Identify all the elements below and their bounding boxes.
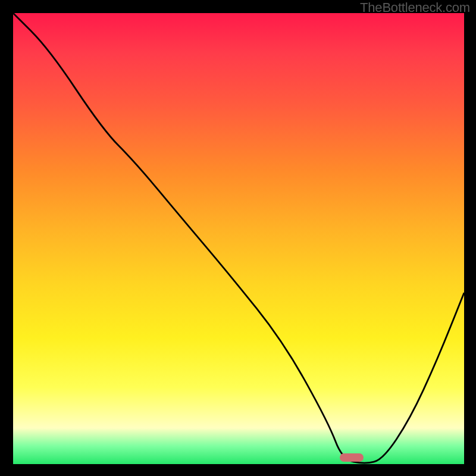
watermark-text: TheBottleneck.com <box>360 0 470 15</box>
plot-area <box>13 13 464 464</box>
optimal-marker <box>340 453 364 462</box>
bottleneck-curve <box>13 13 464 464</box>
